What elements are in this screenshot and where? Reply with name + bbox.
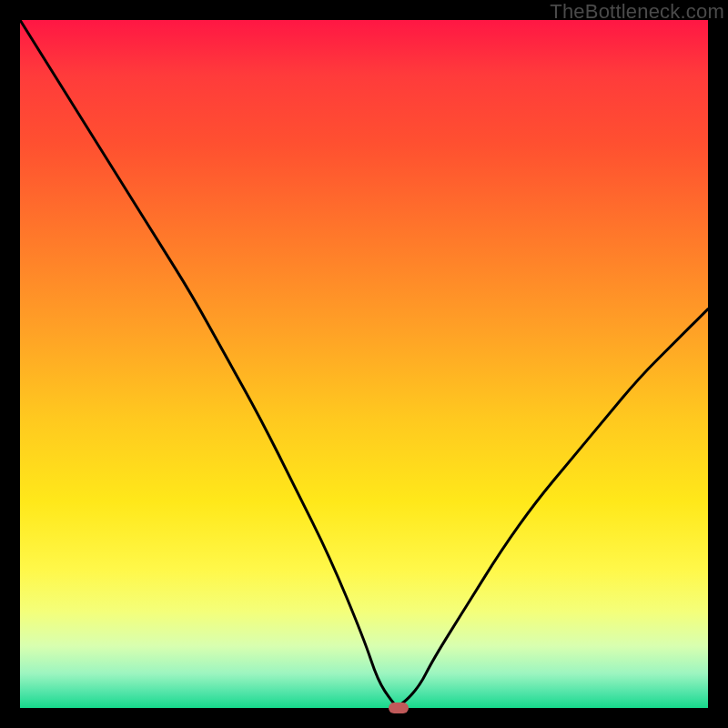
- minimum-marker: [389, 703, 409, 713]
- bottleneck-curve: [20, 20, 708, 708]
- chart-frame: TheBottleneck.com: [0, 0, 728, 728]
- plot-area: [20, 20, 708, 708]
